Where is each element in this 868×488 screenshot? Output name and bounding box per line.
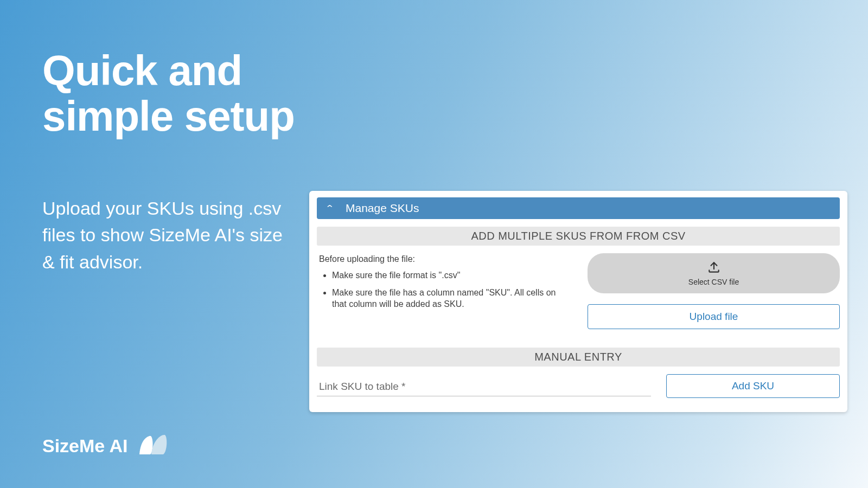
hero-title-line1: Quick and bbox=[42, 47, 242, 94]
csv-instructions: Before uploading the file: Make sure the… bbox=[317, 253, 572, 329]
chevron-up-icon: ⌃ bbox=[325, 203, 335, 213]
csv-bullet-1: Make sure the file format is ".csv" bbox=[332, 269, 571, 281]
hero-title: Quick and simple setup bbox=[42, 48, 295, 139]
link-sku-input[interactable] bbox=[317, 376, 651, 396]
manage-skus-panel: ⌃ Manage SKUs ADD MULTIPLE SKUS FROM FRO… bbox=[309, 191, 847, 412]
select-csv-label: Select CSV file bbox=[688, 278, 739, 286]
hero-title-line2: simple setup bbox=[42, 92, 295, 140]
upload-icon bbox=[707, 260, 721, 277]
upload-file-button[interactable]: Upload file bbox=[588, 304, 840, 329]
brand-lockup: SizeMe AI bbox=[42, 433, 169, 459]
csv-bullet-2: Make sure the file has a column named "S… bbox=[332, 287, 571, 310]
brand-name: SizeMe AI bbox=[42, 435, 127, 457]
select-csv-dropzone[interactable]: Select CSV file bbox=[588, 253, 840, 293]
csv-section-title: ADD MULTIPLE SKUS FROM FROM CSV bbox=[317, 227, 840, 246]
add-sku-button[interactable]: Add SKU bbox=[666, 374, 840, 398]
upload-file-label: Upload file bbox=[690, 311, 738, 323]
panel-header[interactable]: ⌃ Manage SKUs bbox=[317, 197, 840, 219]
hero-subline: Upload your SKUs using .csv files to sho… bbox=[42, 195, 292, 275]
manual-section-title: MANUAL ENTRY bbox=[317, 348, 840, 367]
add-sku-label: Add SKU bbox=[732, 380, 774, 392]
panel-header-title: Manage SKUs bbox=[346, 202, 419, 215]
brand-logo-icon bbox=[136, 433, 169, 459]
csv-intro: Before uploading the file: bbox=[319, 254, 571, 264]
